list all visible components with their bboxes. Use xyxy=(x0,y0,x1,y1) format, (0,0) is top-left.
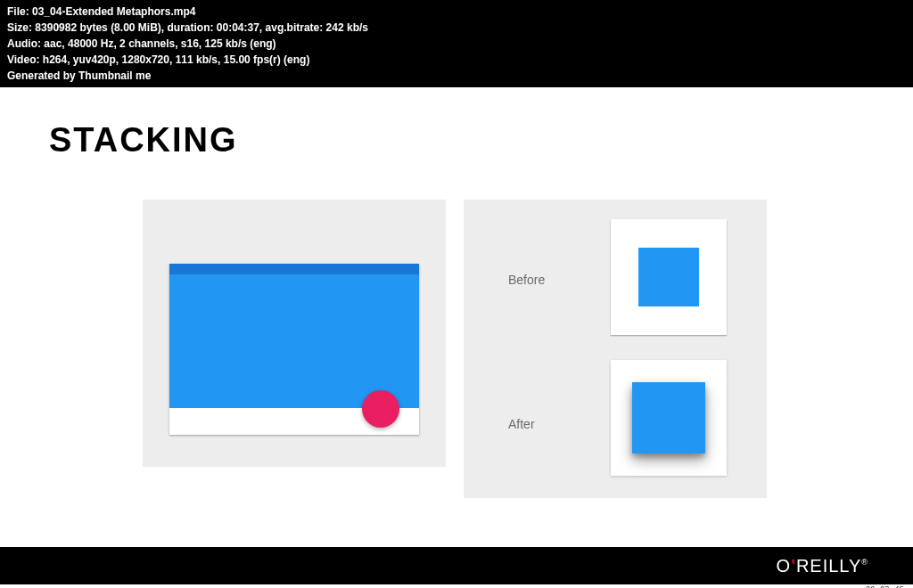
channels-word: channels, xyxy=(128,37,177,50)
file-label: File: xyxy=(7,5,29,18)
right-panel: Before After xyxy=(464,200,767,498)
mock-body xyxy=(169,274,419,408)
bytes-word: bytes xyxy=(79,21,107,34)
audio-codec: aac, xyxy=(44,37,64,50)
duration-value: 00:04:37, xyxy=(217,21,262,34)
video-pixfmt: yuv420p, xyxy=(73,53,119,66)
slide-content: STACKING Before After O'REILLY® 00:02:45 xyxy=(0,87,913,588)
after-card xyxy=(611,360,727,476)
audio-label: Audio: xyxy=(7,37,41,50)
file-value: 03_04-Extended Metaphors.mp4 xyxy=(32,5,195,18)
generated-by: Generated by Thumbnail me xyxy=(7,69,151,82)
video-label: Video: xyxy=(7,53,39,66)
before-card xyxy=(611,219,727,335)
avgbitrate-label: avg.bitrate: xyxy=(266,21,324,34)
brand-reilly: REILLY xyxy=(796,556,861,576)
after-label: After xyxy=(508,417,535,431)
audio-lang: (eng) xyxy=(250,37,276,50)
audio-bitrate: 125 xyxy=(205,37,223,50)
hz-word: Hz, xyxy=(101,37,117,50)
size-bytes: 8390982 xyxy=(35,21,77,34)
timestamp-bar: 00:02:45 xyxy=(0,584,913,588)
kbps3: kb/s xyxy=(196,53,218,66)
before-square xyxy=(638,248,699,306)
avgbitrate-value: 242 xyxy=(326,21,344,34)
duration-label: duration: xyxy=(167,21,213,34)
video-res: 1280x720, xyxy=(122,53,173,66)
video-fps: 15.00 xyxy=(224,53,251,66)
slide-title: STACKING xyxy=(49,121,238,159)
mock-appbar xyxy=(169,264,419,274)
brand-registered: ® xyxy=(861,558,868,567)
kbps2: kb/s xyxy=(226,37,247,50)
before-label: Before xyxy=(508,273,545,287)
fab-icon xyxy=(362,390,399,428)
metadata-header: File: 03_04-Extended Metaphors.mp4 Size:… xyxy=(0,0,913,87)
fps-word: fps(r) xyxy=(253,53,281,66)
audio-fmt: s16, xyxy=(181,37,202,50)
video-codec: h264, xyxy=(43,53,70,66)
size-mib: (8.00 MiB), xyxy=(111,21,164,34)
size-label: Size: xyxy=(7,21,32,34)
left-panel xyxy=(143,200,446,467)
brand-logo: O'REILLY® xyxy=(777,556,868,576)
video-bitrate: 111 xyxy=(176,53,193,66)
audio-hz: 48000 xyxy=(68,37,97,50)
footer-bar: O'REILLY® xyxy=(0,547,913,584)
mock-app-card xyxy=(169,264,419,435)
audio-channels: 2 xyxy=(119,37,126,50)
kbps: kb/s xyxy=(347,21,368,34)
after-square xyxy=(632,382,705,453)
video-lang: (eng) xyxy=(284,53,309,66)
brand-o: O xyxy=(777,556,792,576)
